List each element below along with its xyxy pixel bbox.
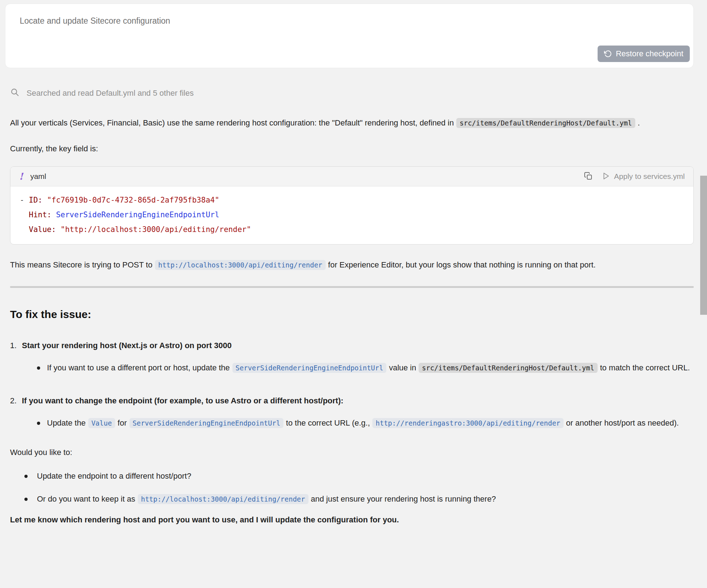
numbered-item-2: 2. If you want to change the endpoint (f… bbox=[10, 393, 694, 408]
inline-code-url: http://localhost:3000/api/editing/render bbox=[155, 260, 326, 270]
warning-icon: ! bbox=[19, 171, 23, 182]
paragraph-would-you-like: Would you like to: bbox=[10, 445, 694, 460]
space bbox=[52, 210, 56, 219]
paragraph-verticals: All your verticals (Services, Financial,… bbox=[10, 115, 694, 131]
tool-status-row[interactable]: Searched and read Default.yml and 5 othe… bbox=[10, 87, 694, 99]
yaml-key: Value: bbox=[29, 225, 56, 234]
code-block: ! yaml Ap bbox=[10, 166, 694, 245]
inline-code-url: http://localhost:3000/api/editing/render bbox=[138, 494, 308, 504]
yaml-string: "fc76919b-0d7c-4732-865d-2af795fb38a4" bbox=[47, 196, 219, 204]
code-language-label: yaml bbox=[30, 172, 46, 181]
copy-icon bbox=[584, 172, 593, 181]
bullet-text: and just ensure your rendering host is r… bbox=[311, 494, 496, 503]
paragraph-text: . bbox=[638, 118, 640, 127]
code-block-header: ! yaml Ap bbox=[10, 167, 693, 186]
bullet-text: for bbox=[118, 418, 127, 427]
code-block-actions: Apply to services.yml bbox=[584, 172, 685, 181]
yaml-key: ID: bbox=[29, 196, 42, 204]
bullet-text: Update the bbox=[47, 418, 86, 427]
code-line: Value: "http://localhost:3000/api/editin… bbox=[20, 222, 684, 237]
bullet-text: value in bbox=[389, 363, 416, 372]
code-content: - ID: "fc76919b-0d7c-4732-865d-2af795fb3… bbox=[10, 186, 693, 244]
inline-code-filepath: src/items/DefaultRenderingHost/Default.y… bbox=[456, 118, 635, 128]
yaml-string: "http://localhost:3000/api/editing/rende… bbox=[61, 225, 251, 234]
restore-checkpoint-label: Restore checkpoint bbox=[616, 49, 683, 58]
yaml-key: Hint: bbox=[29, 210, 51, 219]
bullet-text: to the correct URL (e.g., bbox=[286, 418, 370, 427]
numbered-item-1: 1. Start your rendering host (Next.js or… bbox=[10, 338, 694, 353]
bullet-text: or another host/port as needed). bbox=[566, 418, 679, 427]
yaml-value: ServerSideRenderingEngineEndpointUrl bbox=[56, 210, 219, 219]
play-icon bbox=[602, 172, 610, 181]
sub-bullet-2: Update theValueforServerSideRenderingEng… bbox=[10, 416, 694, 431]
undo-icon bbox=[604, 50, 612, 58]
paragraph-key-field: Currently, the key field is: bbox=[10, 141, 694, 156]
inline-code-symbol: ServerSideRenderingEngineEndpointUrl bbox=[129, 418, 284, 428]
paragraph-text: All your verticals (Services, Financial,… bbox=[10, 118, 454, 127]
assistant-response: Searched and read Default.yml and 5 othe… bbox=[10, 68, 694, 527]
inline-code-symbol: Value bbox=[88, 418, 115, 428]
paragraph-post-explanation: This means Sitecore is trying to POST to… bbox=[10, 257, 694, 272]
inline-code-url: http://renderingastro:3000/api/editing/r… bbox=[372, 418, 564, 428]
bullet-text: If you want to use a different port or h… bbox=[47, 363, 230, 372]
space bbox=[42, 196, 47, 204]
option-bullet-2: Or do you want to keep it ashttp://local… bbox=[10, 492, 694, 507]
paragraph-text: This means Sitecore is trying to POST to bbox=[10, 260, 152, 269]
vertical-scrollbar-thumb[interactable] bbox=[700, 176, 707, 315]
code-line: - ID: "fc76919b-0d7c-4732-865d-2af795fb3… bbox=[20, 193, 684, 208]
inline-code-filepath: src/items/DefaultRenderingHost/Default.y… bbox=[419, 363, 597, 373]
section-divider bbox=[10, 286, 694, 288]
item-number: 1. bbox=[10, 338, 22, 353]
sub-bullet-1: If you want to use a different port or h… bbox=[10, 360, 694, 375]
apply-to-file-label: Apply to services.yml bbox=[614, 172, 685, 181]
item-title: If you want to change the endpoint (for … bbox=[22, 393, 343, 408]
user-message-text: Locate and update Sitecore configuration bbox=[20, 16, 170, 26]
bullet-text: Or do you want to keep it as bbox=[37, 494, 135, 503]
closing-statement: Let me know which rendering host and por… bbox=[10, 512, 694, 527]
apply-to-file-button[interactable]: Apply to services.yml bbox=[602, 172, 685, 181]
tool-status-text: Searched and read Default.yml and 5 othe… bbox=[27, 89, 194, 98]
copy-code-button[interactable] bbox=[584, 172, 593, 181]
user-message-card: Locate and update Sitecore configuration… bbox=[5, 4, 694, 68]
code-line: Hint: ServerSideRenderingEngineEndpointU… bbox=[20, 208, 684, 222]
bullet-text: Update the endpoint to a different host/… bbox=[37, 471, 191, 480]
space bbox=[56, 225, 61, 234]
inline-code-symbol: ServerSideRenderingEngineEndpointUrl bbox=[232, 363, 387, 373]
fix-issue-heading: To fix the issue: bbox=[10, 307, 694, 322]
bullet-text: to match the correct URL. bbox=[600, 363, 690, 372]
yaml-dash: - bbox=[20, 196, 29, 204]
paragraph-text: for Experience Editor, but your logs sho… bbox=[328, 260, 596, 269]
search-icon bbox=[10, 87, 19, 99]
item-title: Start your rendering host (Next.js or As… bbox=[22, 338, 232, 353]
indent bbox=[20, 210, 29, 219]
option-bullet-1: Update the endpoint to a different host/… bbox=[10, 469, 694, 484]
indent bbox=[20, 225, 29, 234]
item-number: 2. bbox=[10, 393, 22, 408]
restore-checkpoint-button[interactable]: Restore checkpoint bbox=[598, 46, 690, 62]
